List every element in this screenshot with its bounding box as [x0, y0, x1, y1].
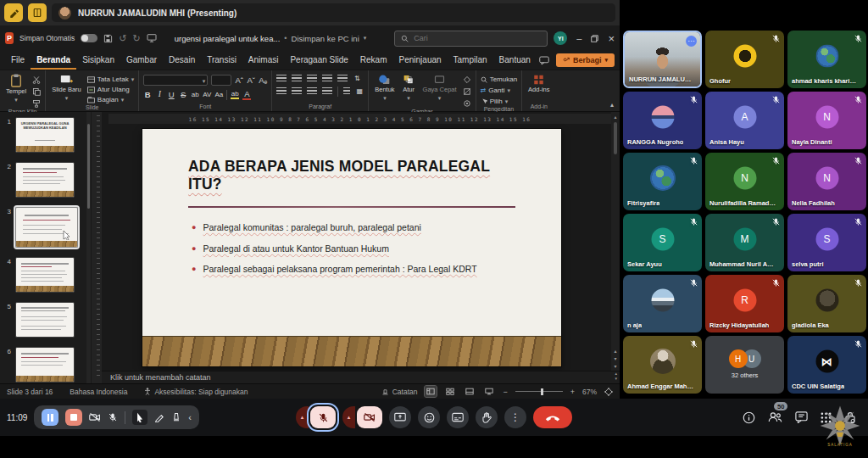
zoom-slider[interactable]: [515, 391, 563, 392]
whiteboard-tool-button[interactable]: [28, 3, 47, 22]
thumbnail-row[interactable]: 4: [0, 257, 86, 293]
change-case-button[interactable]: Aa: [214, 91, 223, 99]
canvas-scrollbar[interactable]: ▴ ▴ ▾ ▾: [611, 112, 620, 371]
underline-button[interactable]: U: [167, 90, 175, 99]
character-spacing-button[interactable]: AV: [203, 91, 211, 99]
slide-canvas[interactable]: 16 15 14 13 12 11 10 9 8 7 6 5 4 3 2 1 0…: [102, 112, 620, 371]
annotation-tool-button[interactable]: [4, 3, 23, 22]
italic-button[interactable]: I: [155, 90, 164, 99]
grow-font-button[interactable]: Aˆ: [235, 75, 243, 85]
cut-icon[interactable]: [32, 75, 41, 84]
participant-tile[interactable]: ⋈ CDC UIN Salatiga: [787, 336, 866, 394]
thumbnail-row[interactable]: 3: [0, 207, 86, 248]
columns-button[interactable]: [343, 87, 350, 95]
cursor-tool-button[interactable]: [132, 410, 147, 425]
raise-hand-button[interactable]: [476, 406, 498, 428]
slide-thumbnail-2[interactable]: [15, 162, 75, 198]
highlight-color-button[interactable]: ab: [231, 90, 239, 100]
participant-tile[interactable]: A Anisa Hayu: [705, 92, 784, 149]
participant-tile[interactable]: S selva putri: [787, 214, 866, 271]
leave-call-button[interactable]: [533, 406, 572, 428]
align-center-button[interactable]: [292, 87, 302, 95]
comments-icon[interactable]: [539, 56, 549, 65]
bullets-button[interactable]: [276, 75, 287, 82]
decrease-indent-button[interactable]: [307, 75, 317, 82]
reading-view-button[interactable]: [464, 386, 476, 397]
fit-to-window-icon[interactable]: [604, 388, 613, 396]
slideshow-icon[interactable]: [147, 34, 157, 42]
participant-tile[interactable]: Fitrisyafira: [623, 153, 702, 210]
overflow-tile-others[interactable]: H U 32 others: [705, 336, 784, 394]
thumbnail-row[interactable]: 2: [0, 162, 86, 198]
participant-tile[interactable]: Ahmad Enggar Mahen...: [623, 336, 702, 394]
normal-view-button[interactable]: [425, 386, 437, 397]
document-title[interactable]: urgensi paralegal untuk kea... • Disimpa…: [175, 34, 367, 43]
notes-toggle[interactable]: Catatan: [381, 388, 418, 396]
mic-toggle-button[interactable]: [310, 406, 336, 428]
increase-indent-button[interactable]: [322, 75, 332, 82]
reactions-button[interactable]: [418, 406, 440, 428]
scroll-down-icon[interactable]: ▾: [614, 363, 616, 369]
thumbnail-row[interactable]: 6: [0, 347, 86, 383]
slideshow-view-button[interactable]: [483, 386, 495, 397]
copy-icon[interactable]: [32, 87, 41, 96]
tab-transisi[interactable]: Transisi: [201, 51, 242, 70]
zoom-level[interactable]: 67%: [582, 388, 597, 396]
smartart-convert-button[interactable]: ▦: [355, 87, 364, 96]
slide-title[interactable]: ADA BERAPA JENIS MODEL PARALEGAL ITU?: [188, 158, 515, 193]
bold-button[interactable]: B: [143, 90, 152, 99]
paste-button[interactable]: Tempel ▾: [4, 73, 28, 104]
participant-tile[interactable]: N Nella Fadhilah: [787, 153, 866, 210]
pen-tool-icon[interactable]: [154, 412, 164, 422]
align-left-button[interactable]: [276, 87, 287, 95]
shapes-button[interactable]: Bentuk ▾: [373, 73, 396, 103]
tab-animasi[interactable]: Animasi: [242, 51, 285, 70]
numbering-button[interactable]: [292, 75, 302, 82]
participant-tile[interactable]: N Nayla Dinanti: [787, 92, 866, 149]
more-options-button[interactable]: ⋮: [504, 406, 526, 428]
shape-effects-icon[interactable]: [463, 99, 471, 108]
text-direction-button[interactable]: ⇅: [353, 75, 361, 83]
participant-tile[interactable]: n aja: [623, 275, 702, 332]
arrange-button[interactable]: Atur ▾: [401, 73, 417, 103]
find-button[interactable]: Temukan: [481, 75, 517, 83]
tab-tampilan[interactable]: Tampilan: [448, 51, 493, 70]
select-button[interactable]: Pilih▾: [481, 98, 517, 105]
font-color-button[interactable]: A: [242, 89, 251, 100]
section-button[interactable]: Bagian▾: [87, 96, 134, 103]
stop-recording-button[interactable]: [65, 409, 82, 426]
notes-pane[interactable]: Klik untuk menambah catatan ▴▾: [102, 371, 620, 383]
slide-sorter-view-button[interactable]: [444, 386, 456, 397]
camera-options-chevron[interactable]: ▲: [342, 406, 355, 428]
justify-button[interactable]: [322, 87, 332, 95]
thumbnail-row[interactable]: 5: [0, 302, 86, 338]
text-shadow-button[interactable]: ab: [191, 91, 199, 99]
tile-options-icon[interactable]: ⋯: [686, 36, 697, 47]
participant-tile[interactable]: gladiola Eka: [787, 275, 866, 332]
host-controls-button[interactable]: [844, 411, 856, 424]
language-indicator[interactable]: Bahasa Indonesia: [70, 388, 127, 396]
autosave-toggle[interactable]: [81, 34, 97, 42]
notes-resize-icons[interactable]: ▴▾: [615, 371, 617, 381]
thumbnail-row[interactable]: 1 URGENSI PARALEGAL GUNA MEWUJUDKAN KEAD…: [0, 117, 86, 153]
mic-off-icon[interactable]: [108, 412, 118, 422]
collapse-toolbar-icon[interactable]: ‹: [188, 412, 192, 422]
minimize-button[interactable]: –: [576, 34, 581, 43]
highlighter-tool-icon[interactable]: [171, 412, 181, 422]
shape-fill-icon[interactable]: [463, 75, 471, 84]
participant-tile[interactable]: N Nurulifadilla Ramadani: [705, 153, 784, 210]
chat-panel-button[interactable]: [795, 411, 808, 423]
next-slide-icon[interactable]: ▾: [614, 355, 616, 361]
clear-format-button[interactable]: Aₑ: [259, 75, 267, 85]
strikethrough-button[interactable]: S: [179, 90, 187, 99]
slide-bullets[interactable]: ●Paralegal komunitas : paralegal buruh, …: [192, 222, 512, 276]
reset-button[interactable]: Atur Ulang: [87, 86, 134, 93]
participant-tile-self-video[interactable]: ⋯ NURRUN JAMALUDIN ...: [623, 31, 702, 88]
slide-thumbnail-3-selected[interactable]: [15, 207, 78, 248]
redo-icon[interactable]: ↻: [133, 33, 141, 44]
search-box[interactable]: [394, 31, 548, 47]
scroll-up-icon[interactable]: ▴: [614, 114, 616, 120]
share-button[interactable]: Berbagi ▾: [556, 53, 615, 67]
activities-button[interactable]: [821, 412, 832, 423]
tab-desain[interactable]: Desain: [163, 51, 201, 70]
